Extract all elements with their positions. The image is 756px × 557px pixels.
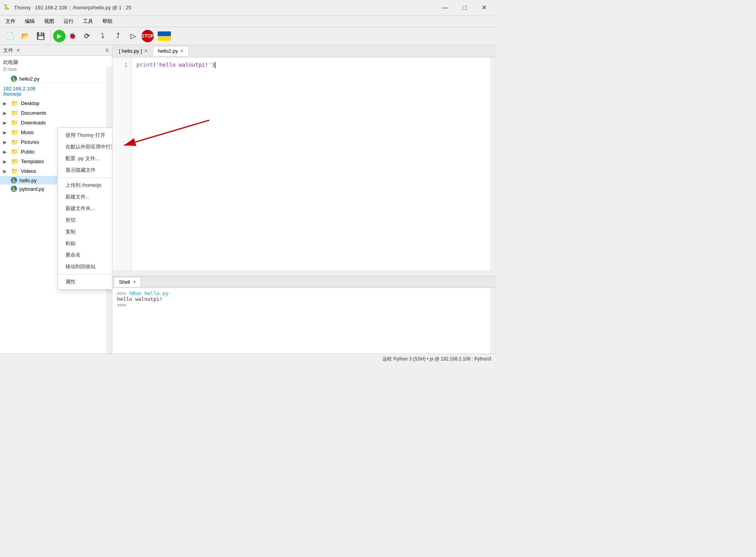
remote-section: 192.168.2.108 /home/pi — [0, 83, 112, 98]
shell-right-scrollbar[interactable] — [491, 288, 496, 354]
title-bar-text: Thonny · 192.168.2.108 :: /home/pi/hello… — [14, 5, 131, 10]
sidebar-menu-button[interactable]: ≡ — [105, 47, 109, 54]
folder-icon-videos: 📁 — [11, 167, 19, 175]
expand-arrow-desktop: ▶ — [3, 101, 9, 106]
local-file-hello2py[interactable]: 🐍 hello2.py — [0, 74, 112, 83]
ctx-new-file[interactable]: 新建文件... — [58, 191, 112, 203]
tab-hello2py[interactable]: hello2.py ✕ — [153, 46, 189, 56]
ctx-new-folder[interactable]: 新建文件夹... — [58, 203, 112, 214]
shell-line-1: >>> %Run hello.py — [117, 290, 486, 296]
local-file-name: hello2.py — [19, 76, 40, 82]
menu-run[interactable]: 运行 — [60, 17, 77, 26]
status-text: 远程 Python 3 (SSH) • pi @ 192.168.2.108 :… — [382, 356, 491, 362]
menu-edit[interactable]: 编辑 — [21, 17, 39, 26]
bottom-panel: Shell ✕ >>> %Run hello.py hello walnutpi… — [112, 276, 496, 354]
menu-help[interactable]: 帮助 — [98, 17, 116, 26]
ctx-cut[interactable]: 剪切 — [58, 214, 112, 226]
open-file-button[interactable]: 📂 — [18, 29, 33, 43]
step-into-button[interactable]: ⤵ — [95, 29, 110, 43]
editor-right-scrollbar[interactable] — [491, 57, 496, 271]
debug-button[interactable]: 🐞 — [66, 30, 79, 42]
folder-icon-music: 📁 — [11, 129, 19, 136]
expand-arrow-pictures: ▶ — [3, 140, 9, 145]
ukraine-flag-top — [158, 31, 171, 36]
save-file-button[interactable]: 💾 — [33, 29, 48, 43]
python-icon-hellopy: 🐍 — [11, 177, 17, 183]
tab-hellopy[interactable]: [ hello.py ] ✕ — [114, 46, 153, 56]
title-bar: 🐍 Thonny · 192.168.2.108 :: /home/pi/hel… — [0, 0, 496, 16]
maximize-button[interactable]: □ — [456, 2, 474, 14]
folder-icon-pictures: 📁 — [11, 138, 19, 146]
sidebar-tab-close[interactable]: ✕ — [15, 47, 22, 54]
tab-hello2py-close[interactable]: ✕ — [180, 48, 184, 53]
title-bar-controls: — □ ✕ — [436, 2, 493, 14]
remote-folder-name-music: Music — [21, 129, 34, 135]
ctx-configure-py[interactable]: 配置 .py 文件... — [58, 153, 112, 164]
run-button[interactable]: ▶ — [53, 30, 65, 42]
code-paren-open: ( — [153, 62, 156, 68]
step-over-button[interactable]: ⟳ — [79, 29, 94, 43]
ctx-show-hidden[interactable]: 显示隐藏文件 — [58, 164, 112, 176]
shell-content[interactable]: >>> %Run hello.py hello walnutpi! >>> — [112, 288, 491, 354]
ukraine-flag — [158, 31, 171, 41]
shell-prompt-2: >>> — [117, 302, 126, 308]
ukraine-flag-bottom — [158, 36, 171, 41]
close-button[interactable]: ✕ — [475, 2, 493, 14]
ctx-open-thonny[interactable]: 使用 Thonny 打开 — [58, 129, 112, 141]
code-paren-close: ) — [212, 62, 215, 68]
editor-bottom-scrollbar[interactable] — [112, 271, 496, 276]
local-path: D:\test — [0, 67, 112, 74]
remote-folder-name-downloads: Downloads — [21, 120, 46, 126]
minimize-button[interactable]: — — [436, 2, 454, 14]
expand-arrow-music: ▶ — [3, 130, 9, 135]
tab-shell[interactable]: Shell ✕ — [114, 277, 141, 287]
remote-file-desktop[interactable]: ▶ 📁 Desktop — [0, 98, 112, 108]
menu-tools[interactable]: 工具 — [79, 17, 97, 26]
ctx-open-external[interactable]: 在默认外部应用中打开 — [58, 141, 112, 153]
menu-view[interactable]: 视图 — [40, 17, 58, 26]
sidebar-header: 文件 ✕ ≡ — [0, 45, 112, 56]
tab-hellopy-label: [ hello.py ] — [119, 48, 142, 54]
folder-icon-templates: 📁 — [11, 158, 19, 165]
tab-hellopy-close[interactable]: ✕ — [144, 48, 148, 53]
folder-icon-desktop: 📁 — [11, 100, 19, 107]
shell-line-3: >>> — [117, 302, 486, 308]
sidebar-body: 此电脑 D:\test 🐍 hello2.py 使用 Thonny 打开 在默认… — [0, 56, 112, 354]
ctx-rename[interactable]: 重命名 — [58, 249, 112, 261]
local-section-title: 此电脑 — [0, 57, 112, 67]
ctx-paste[interactable]: 粘贴 — [58, 238, 112, 249]
remote-ip: 192.168.2.108 — [3, 86, 109, 91]
remote-path: /home/pi — [3, 91, 109, 97]
remote-file-downloads[interactable]: ▶ 📁 Downloads — [0, 118, 112, 128]
expand-arrow-documents: ▶ — [3, 110, 9, 116]
sidebar-tab-files: 文件 ✕ — [3, 47, 22, 54]
folder-icon-public: 📁 — [11, 148, 19, 155]
python-icon: 🐍 — [11, 76, 17, 82]
ctx-move-trash[interactable]: 移动到回收站 — [58, 261, 112, 272]
remote-file-documents[interactable]: ▶ 📁 Documents — [0, 108, 112, 118]
ctx-properties[interactable]: 属性 — [58, 276, 112, 288]
ctx-copy[interactable]: 复制 — [58, 226, 112, 238]
step-out-button[interactable]: ⤴ — [110, 29, 125, 43]
context-menu: 使用 Thonny 打开 在默认外部应用中打开 配置 .py 文件... 显示隐… — [57, 128, 112, 290]
tab-shell-label: Shell — [119, 279, 130, 285]
tab-hello2py-label: hello2.py — [158, 48, 178, 54]
ctx-upload[interactable]: 上传到 /home/pi — [58, 179, 112, 191]
main-layout: 文件 ✕ ≡ 此电脑 D:\test 🐍 hello2.py 使用 Thonny… — [0, 45, 496, 354]
remote-folder-name-desktop: Desktop — [21, 100, 40, 106]
shell-prompt-1: >>> — [117, 290, 129, 296]
expand-arrow-public: ▶ — [3, 149, 9, 155]
line-num-1: 1 — [112, 60, 131, 69]
shell-tabs: Shell ✕ — [112, 276, 496, 288]
toolbar: 📄 📂 💾 ▶ 🐞 ⟳ ⤵ ⤴ ▷ STOP — [0, 27, 496, 45]
stop-button[interactable]: STOP — [141, 30, 154, 42]
new-file-button[interactable]: 📄 — [2, 29, 17, 43]
title-bar-left: 🐍 Thonny · 192.168.2.108 :: /home/pi/hel… — [3, 4, 131, 12]
menu-file[interactable]: 文件 — [2, 17, 19, 26]
code-area[interactable]: print('hello walnutpi!') — [132, 57, 491, 271]
ctx-separator-1 — [58, 178, 112, 178]
ctx-separator-2 — [58, 274, 112, 274]
tab-shell-close[interactable]: ✕ — [133, 279, 136, 285]
code-string-value: 'hello walnutpi!' — [156, 62, 212, 68]
resume-button[interactable]: ▷ — [126, 29, 141, 43]
